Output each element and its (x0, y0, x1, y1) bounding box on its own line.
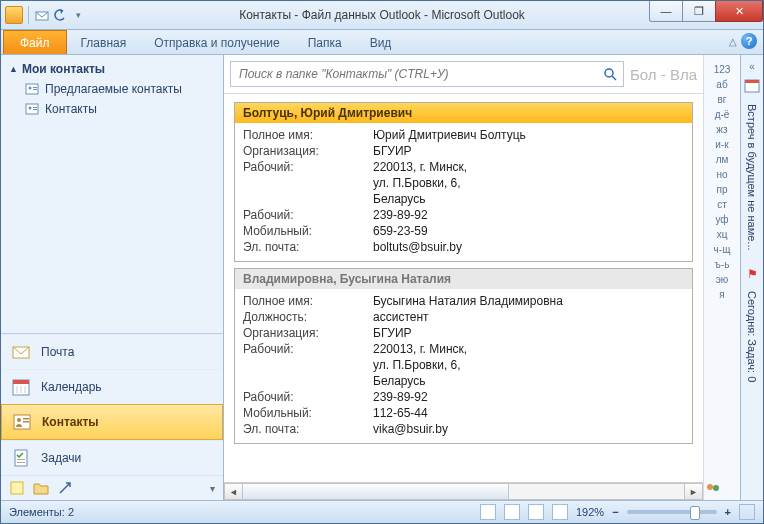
field-label: Рабочий: (243, 389, 373, 405)
qat-dropdown[interactable]: ▾ (70, 7, 86, 23)
todo-tasks-label: Сегодня: Задач: 0 (746, 291, 758, 382)
calendar-mini-icon[interactable] (744, 78, 760, 94)
shortcuts-icon[interactable] (57, 480, 73, 496)
field-label (243, 373, 373, 389)
contacts-folder-icon (25, 102, 39, 116)
nav-section[interactable]: Календарь (1, 369, 223, 404)
alpha-index-item[interactable]: лм (704, 153, 740, 166)
field-label: Полное имя: (243, 127, 373, 143)
horizontal-scrollbar[interactable]: ◄ ► (224, 482, 703, 500)
todo-appointments-label: Встреч в будущем не наме... (746, 104, 758, 251)
help-icon[interactable]: ? (741, 33, 757, 49)
people-pane-icon[interactable] (704, 481, 740, 500)
minimize-button[interactable]: — (649, 1, 683, 22)
view-business-icon[interactable] (504, 504, 520, 520)
maximize-button[interactable]: ❐ (682, 1, 716, 22)
search-icon[interactable] (603, 67, 617, 81)
alpha-index-item[interactable]: ъ-ь (704, 258, 740, 271)
alpha-index-item[interactable]: хц (704, 228, 740, 241)
alpha-index-item[interactable]: я (704, 288, 740, 301)
alpha-index-item[interactable]: уф (704, 213, 740, 226)
minimize-ribbon-icon[interactable]: △ (729, 36, 737, 47)
ribbon-tab[interactable]: Вид (356, 32, 406, 54)
notes-icon[interactable] (9, 480, 25, 496)
nav-section[interactable]: Задачи (1, 440, 223, 475)
ribbon-tab[interactable]: Главная (67, 32, 141, 54)
fit-icon[interactable] (739, 504, 755, 520)
field-label: Организация: (243, 143, 373, 159)
ribbon-tab[interactable]: Папка (294, 32, 356, 54)
svg-point-2 (29, 87, 32, 90)
alpha-index-item[interactable]: вг (704, 93, 740, 106)
ribbon: Файл ГлавнаяОтправка и получениеПапкаВид… (1, 30, 763, 55)
zoom-in-button[interactable]: + (725, 506, 731, 518)
svg-point-25 (707, 484, 713, 490)
contact-field-row: Рабочий:239-89-92 (243, 389, 684, 405)
alpha-index-item[interactable]: но (704, 168, 740, 181)
scroll-thumb[interactable] (243, 484, 509, 499)
nav-mini-bar: ▾ (1, 475, 223, 500)
expand-todo-icon[interactable]: « (749, 61, 755, 72)
alpha-index-item[interactable]: 123 (704, 63, 740, 76)
undo-icon[interactable] (52, 7, 68, 23)
scroll-track[interactable] (243, 483, 684, 500)
contact-card[interactable]: Владимировна, Бусыгина НаталияПолное имя… (234, 268, 693, 444)
svg-rect-4 (33, 89, 37, 90)
close-button[interactable]: ✕ (715, 1, 763, 22)
view-phone-icon[interactable] (552, 504, 568, 520)
folder-icon[interactable] (33, 480, 49, 496)
scroll-right-button[interactable]: ► (684, 483, 703, 500)
zoom-thumb[interactable] (690, 506, 700, 520)
scroll-left-button[interactable]: ◄ (224, 483, 243, 500)
alpha-index-item[interactable]: д-ё (704, 108, 740, 121)
search-input[interactable] (237, 66, 603, 82)
field-label: Рабочий: (243, 207, 373, 223)
view-list-icon[interactable] (528, 504, 544, 520)
field-label: Мобильный: (243, 223, 373, 239)
file-tab[interactable]: Файл (3, 30, 67, 54)
zoom-out-button[interactable]: − (612, 506, 618, 518)
outlook-icon (5, 6, 23, 24)
nav-header-my-contacts[interactable]: ▲ Мои контакты (3, 59, 221, 79)
alpha-index-item[interactable]: аб (704, 78, 740, 91)
alpha-index-item[interactable]: ч-щ (704, 243, 740, 256)
zoom-value: 192% (576, 506, 604, 518)
alpha-index-item[interactable]: пр (704, 183, 740, 196)
separator (28, 6, 29, 24)
flag-icon: ⚑ (747, 267, 758, 281)
view-cards-icon[interactable] (480, 504, 496, 520)
nav-section[interactable]: Почта (1, 334, 223, 369)
nav-folder[interactable]: Предлагаемые контакты (3, 79, 221, 99)
alpha-index-item[interactable]: жз (704, 123, 740, 136)
contact-field-row: Рабочий:239-89-92 (243, 207, 684, 223)
send-receive-icon[interactable] (34, 7, 50, 23)
nav-folder[interactable]: Контакты (3, 99, 221, 119)
contact-card[interactable]: Болтуць, Юрий ДмитриевичПолное имя:Юрий … (234, 102, 693, 262)
contact-field-row: Беларусь (243, 191, 684, 207)
field-value: 659-23-59 (373, 223, 684, 239)
nav-folder-label: Предлагаемые контакты (45, 82, 182, 96)
field-label: Полное имя: (243, 293, 373, 309)
alpha-index-item[interactable]: эю (704, 273, 740, 286)
field-value: Беларусь (373, 191, 684, 207)
status-items: Элементы: 2 (9, 506, 74, 518)
field-value: ассистент (373, 309, 684, 325)
contact-field-row: ул. П.Бровки, 6, (243, 175, 684, 191)
alpha-index-item[interactable]: и-к (704, 138, 740, 151)
field-value: ул. П.Бровки, 6, (373, 175, 684, 191)
nav-configure-icon[interactable]: ▾ (210, 483, 215, 494)
nav-folder-label: Контакты (45, 102, 97, 116)
svg-rect-28 (745, 80, 759, 83)
field-value: 239-89-92 (373, 389, 684, 405)
zoom-slider[interactable] (627, 510, 717, 514)
contact-cards[interactable]: Болтуць, Юрий ДмитриевичПолное имя:Юрий … (224, 94, 703, 482)
contact-field-row: Мобильный:659-23-59 (243, 223, 684, 239)
search-box[interactable] (230, 61, 624, 87)
ribbon-tab[interactable]: Отправка и получение (140, 32, 293, 54)
alpha-index-item[interactable]: ст (704, 198, 740, 211)
titlebar: ▾ Контакты - Файл данных Outlook - Micro… (1, 1, 763, 30)
window-title: Контакты - Файл данных Outlook - Microso… (239, 8, 525, 22)
field-value: БГУИР (373, 143, 684, 159)
main-pane: Бол - Вла Болтуць, Юрий ДмитриевичПолное… (224, 55, 703, 500)
nav-section[interactable]: Контакты (1, 404, 223, 440)
